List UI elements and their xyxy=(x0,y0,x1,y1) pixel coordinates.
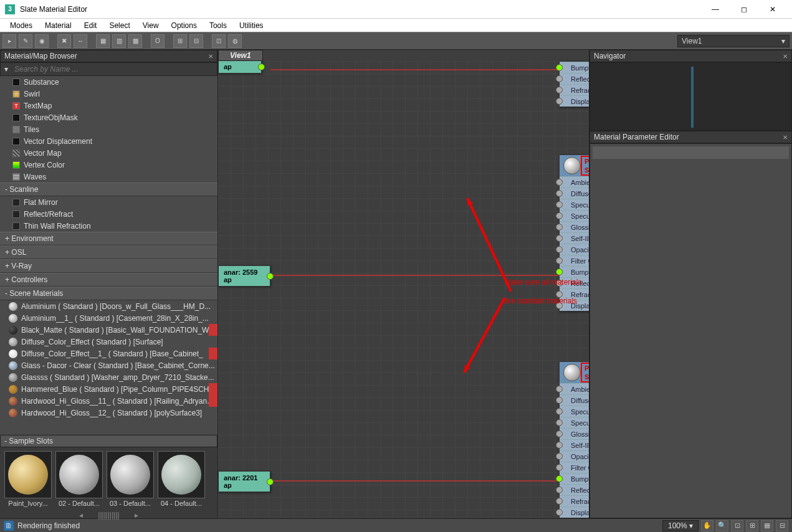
map-item[interactable]: TTextMap xyxy=(0,100,217,112)
pan-tool[interactable]: ✋ xyxy=(701,520,713,531)
map-node[interactable]: ap xyxy=(218,60,262,74)
menu-select[interactable]: Select xyxy=(103,20,136,31)
node-slot[interactable]: Diffuse Color xyxy=(560,394,589,406)
tool-grid[interactable]: ⊡ xyxy=(212,34,226,48)
tool-o[interactable]: O xyxy=(151,34,165,48)
node-slot[interactable]: Displacement xyxy=(560,506,589,518)
node-slot[interactable]: Bump xyxy=(560,62,589,73)
map-item[interactable]: Vertex Color xyxy=(0,159,217,171)
menu-utilities[interactable]: Utilities xyxy=(233,20,270,31)
search-dropdown-icon[interactable]: ▾ xyxy=(1,65,12,74)
map-item[interactable]: Vector Displacement xyxy=(0,135,217,147)
scene-material-item[interactable]: Glassss ( Standard ) [Washer_amp_Dryer_7… xyxy=(0,371,217,383)
tool-dropper[interactable]: ✎ xyxy=(19,34,32,48)
map-item[interactable]: Vector Map xyxy=(0,147,217,159)
menu-options[interactable]: Options xyxy=(165,20,203,31)
zoom-tool[interactable]: 🔍 xyxy=(716,520,728,531)
map-item[interactable]: Swirl xyxy=(0,88,217,100)
node-slot[interactable]: Refraction xyxy=(560,84,589,95)
map-item[interactable]: Thin Wall Refraction xyxy=(0,220,217,232)
node-slot[interactable]: Specular Level xyxy=(560,417,589,428)
browser-close-icon[interactable]: ✕ xyxy=(208,53,213,60)
node-slot[interactable]: Refraction xyxy=(560,495,589,506)
section-header[interactable]: + OSL xyxy=(0,245,217,259)
node-slot[interactable]: Filter Color xyxy=(560,255,589,266)
tool-layout1[interactable]: ⊞ xyxy=(173,34,187,48)
menu-view[interactable]: View xyxy=(136,20,165,31)
tool-box1[interactable]: ▦ xyxy=(96,34,110,48)
menu-material[interactable]: Material xyxy=(39,20,78,31)
tool-layout2[interactable]: ⊟ xyxy=(189,34,203,48)
tool-select[interactable]: ▸ xyxy=(2,34,16,48)
node-slot[interactable]: Specular Color xyxy=(560,406,589,417)
scene-material-item[interactable]: Black_Matte ( Standard ) [Basic_Wall_FOU… xyxy=(0,324,217,336)
node-slot[interactable]: Reflection xyxy=(560,73,589,84)
layout-tool[interactable]: ⊟ xyxy=(776,520,788,531)
navigator-body[interactable] xyxy=(589,62,792,131)
node-slot[interactable]: Bump xyxy=(560,473,589,484)
scene-material-item[interactable]: Diffuse_Color_Effect ( Standard ) [Surfa… xyxy=(0,336,217,348)
scene-material-item[interactable]: Hammered_Blue ( Standard ) [Pipe_Column_… xyxy=(0,383,217,395)
scene-materials-header[interactable]: - Scene Materials xyxy=(0,287,217,300)
zoom-region[interactable]: ⊞ xyxy=(746,520,758,531)
material-node[interactable]: BumpReflectionRefractionDisplacement xyxy=(559,61,589,107)
zoom-extents[interactable]: ⊡ xyxy=(731,520,743,531)
scene-material-item[interactable]: Aluminium__1_ ( Standard ) [Casement_28i… xyxy=(0,312,217,324)
view-dropdown[interactable]: View1 ▾ xyxy=(677,35,790,47)
node-slot[interactable]: Specular Level xyxy=(560,210,589,221)
tool-assign[interactable]: ◉ xyxy=(35,34,49,48)
menu-modes[interactable]: Modes xyxy=(4,20,39,31)
scene-material-item[interactable]: Diffuse_Color_Effect__1_ ( Standard ) [B… xyxy=(0,348,217,359)
node-slot[interactable]: Self-Illumination xyxy=(560,439,589,450)
node-slot[interactable]: Glossiness xyxy=(560,428,589,439)
sample-slot[interactable]: Paint_Ivory... xyxy=(4,451,52,507)
tool-move[interactable]: ↔ xyxy=(74,34,87,48)
map-item[interactable]: Reflect/Refract xyxy=(0,208,217,220)
frame-tool[interactable]: ▦ xyxy=(761,520,773,531)
node-slot[interactable]: Specular Color xyxy=(560,199,589,210)
controllers-header[interactable]: + Controllers xyxy=(0,273,217,287)
section-header[interactable]: + Environment xyxy=(0,232,217,245)
node-slot[interactable]: Reflection xyxy=(560,484,589,495)
graph-view[interactable]: View1 apanar: 2559apanar: 2201apBumpRefl… xyxy=(218,50,589,518)
sample-slot[interactable]: 02 - Default... xyxy=(55,451,103,507)
node-slot[interactable]: Opacity xyxy=(560,244,589,255)
menu-tools[interactable]: Tools xyxy=(203,20,233,31)
view-tab[interactable]: View1 xyxy=(218,50,263,61)
map-node[interactable]: anar: 2201ap xyxy=(218,471,270,492)
node-slot[interactable]: Opacity xyxy=(560,450,589,462)
node-slot[interactable]: Ambient Color xyxy=(560,383,589,394)
map-item[interactable]: Substance xyxy=(0,76,217,88)
minimize-button[interactable]: — xyxy=(701,0,730,19)
search-input[interactable] xyxy=(12,63,217,75)
section-header[interactable]: + V-Ray xyxy=(0,259,217,273)
tool-box3[interactable]: ▩ xyxy=(128,34,142,48)
param-close-icon[interactable]: ✕ xyxy=(783,134,788,141)
navigator-close-icon[interactable]: ✕ xyxy=(783,53,788,60)
map-item[interactable]: TextureObjMask xyxy=(0,112,217,123)
node-slot[interactable]: Displacement xyxy=(560,95,589,107)
tool-box2[interactable]: ▥ xyxy=(112,34,126,48)
zoom-level[interactable]: 100% ▾ xyxy=(662,520,699,531)
node-slot[interactable]: Filter Color xyxy=(560,462,589,473)
sample-slot[interactable]: 03 - Default... xyxy=(106,451,155,507)
sample-slots-header[interactable]: - Sample Slots xyxy=(0,435,217,447)
map-item[interactable]: Flat Mirror xyxy=(0,196,217,208)
node-slot[interactable]: Glossiness xyxy=(560,221,589,232)
material-node[interactable]: Paint_Ivor...Standard—Ambient ColorDiffu… xyxy=(559,361,589,518)
node-slot[interactable]: Diffuse Color xyxy=(560,188,589,199)
tool-mat[interactable]: ◍ xyxy=(228,34,242,48)
map-node[interactable]: anar: 2559ap xyxy=(218,265,270,287)
node-slot[interactable]: Ambient Color xyxy=(560,176,589,188)
section-header[interactable]: - Scanline xyxy=(0,183,217,196)
map-item[interactable]: Waves xyxy=(0,171,217,183)
close-button[interactable]: ✕ xyxy=(758,0,787,19)
tool-delete[interactable]: ✖ xyxy=(57,34,71,48)
menu-edit[interactable]: Edit xyxy=(78,20,103,31)
maximize-button[interactable]: ◻ xyxy=(730,0,758,19)
scene-material-item[interactable]: Hardwood_Hi_Gloss__12_ ( Standard ) [pol… xyxy=(0,407,217,419)
sample-slot[interactable]: 04 - Default... xyxy=(157,451,206,507)
scene-material-item[interactable]: Hardwood_Hi_Gloss__11_ ( Standard ) [Rai… xyxy=(0,395,217,407)
map-item[interactable]: Tiles xyxy=(0,123,217,135)
scene-material-item[interactable]: Aluminium ( Standard ) [Doors_w_Full_Gla… xyxy=(0,300,217,312)
